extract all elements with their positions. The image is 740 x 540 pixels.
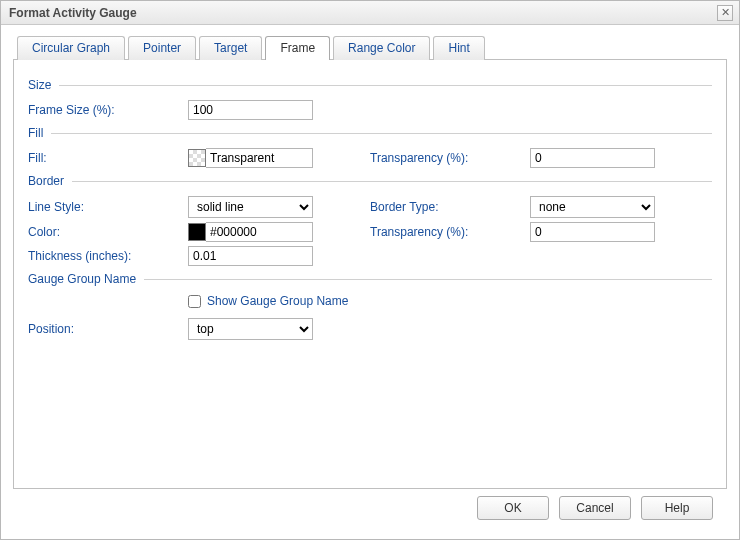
line-style-select[interactable]: solid line (188, 196, 313, 218)
color-swatch-icon[interactable] (188, 223, 206, 241)
thickness-input[interactable] (188, 246, 313, 266)
border-transparency-label: Transparency (%): (370, 225, 530, 239)
tab-hint[interactable]: Hint (433, 36, 484, 60)
border-type-select[interactable]: none (530, 196, 655, 218)
divider (59, 85, 712, 86)
position-select[interactable]: top (188, 318, 313, 340)
section-size-label: Size (28, 78, 51, 92)
tab-frame[interactable]: Frame (265, 36, 330, 60)
cancel-button[interactable]: Cancel (559, 496, 631, 520)
fill-swatch-icon[interactable] (188, 149, 206, 167)
section-gauge-group: Gauge Group Name (28, 272, 712, 286)
help-button[interactable]: Help (641, 496, 713, 520)
frame-size-label: Frame Size (%): (28, 103, 188, 117)
dialog-body: Circular Graph Pointer Target Frame Rang… (1, 25, 739, 539)
section-fill-label: Fill (28, 126, 43, 140)
dialog-format-activity-gauge: Format Activity Gauge ✕ Circular Graph P… (0, 0, 740, 540)
dialog-title: Format Activity Gauge (9, 6, 137, 20)
line-style-label: Line Style: (28, 200, 188, 214)
fill-transparency-label: Transparency (%): (370, 151, 530, 165)
tab-bar: Circular Graph Pointer Target Frame Rang… (13, 35, 727, 59)
tab-target[interactable]: Target (199, 36, 262, 60)
section-border: Border (28, 174, 712, 188)
section-size: Size (28, 78, 712, 92)
tab-range-color[interactable]: Range Color (333, 36, 430, 60)
divider (72, 181, 712, 182)
border-type-label: Border Type: (370, 200, 530, 214)
border-transparency-input[interactable] (530, 222, 655, 242)
close-icon[interactable]: ✕ (717, 5, 733, 21)
tab-circular-graph[interactable]: Circular Graph (17, 36, 125, 60)
divider (51, 133, 712, 134)
dialog-footer: OK Cancel Help (13, 489, 727, 535)
ok-button[interactable]: OK (477, 496, 549, 520)
show-gauge-group-checkbox[interactable] (188, 295, 201, 308)
section-fill: Fill (28, 126, 712, 140)
fill-input[interactable] (206, 148, 313, 168)
section-border-label: Border (28, 174, 64, 188)
border-color-label: Color: (28, 225, 188, 239)
tab-panel-frame: Size Frame Size (%): Fill Fill: (13, 59, 727, 489)
section-gauge-group-label: Gauge Group Name (28, 272, 136, 286)
position-label: Position: (28, 322, 188, 336)
fill-transparency-input[interactable] (530, 148, 655, 168)
divider (144, 279, 712, 280)
fill-label: Fill: (28, 151, 188, 165)
tab-pointer[interactable]: Pointer (128, 36, 196, 60)
frame-size-input[interactable] (188, 100, 313, 120)
titlebar: Format Activity Gauge ✕ (1, 1, 739, 25)
thickness-label: Thickness (inches): (28, 249, 188, 263)
show-gauge-group-label: Show Gauge Group Name (207, 294, 348, 308)
border-color-input[interactable] (206, 222, 313, 242)
